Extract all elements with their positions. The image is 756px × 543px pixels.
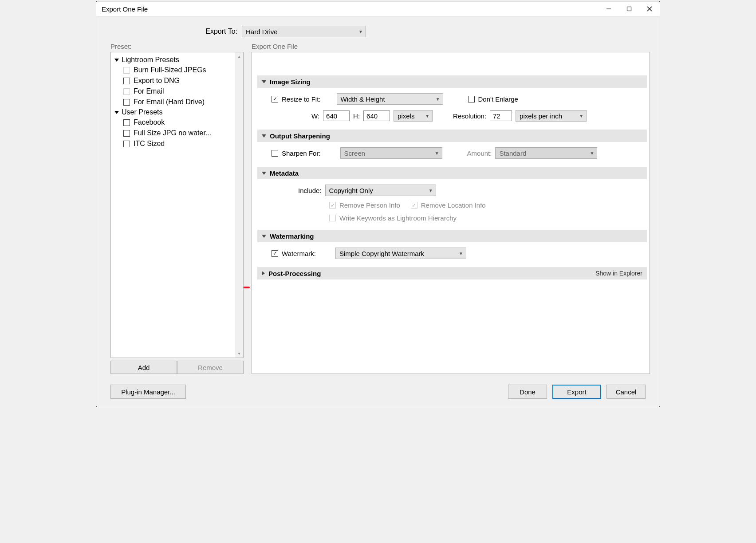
chevron-down-icon: ▼	[425, 114, 429, 118]
resolution-unit-combo[interactable]: pixels per inch ▼	[516, 110, 587, 122]
minimize-icon	[606, 6, 611, 12]
include-label: Include:	[298, 187, 322, 194]
collapse-icon	[262, 172, 266, 175]
resize-mode-combo[interactable]: Width & Height ▼	[337, 93, 443, 105]
svg-rect-1	[627, 7, 631, 11]
resolution-label: Resolution:	[453, 112, 486, 120]
chevron-down-icon: ▼	[590, 151, 595, 156]
maximize-button[interactable]	[619, 1, 639, 16]
cancel-button[interactable]: Cancel	[606, 385, 646, 399]
remove-person-checkbox	[329, 202, 336, 209]
preset-list[interactable]: Lightroom Presets Burn Full-Sized JPEGs …	[110, 52, 244, 358]
export-to-label: Export To:	[96, 28, 242, 35]
checkbox[interactable]	[123, 88, 130, 95]
preset-group-lightroom[interactable]: Lightroom Presets	[112, 55, 242, 65]
expand-icon	[114, 111, 119, 114]
remove-location-label: Remove Location Info	[421, 201, 486, 209]
resize-to-fit-label: Resize to Fit:	[282, 95, 321, 103]
export-to-row: Export To: Hard Drive ▼	[96, 17, 660, 43]
preset-scrollbar[interactable]: ▲ ▼	[235, 52, 243, 358]
watermark-checkbox[interactable]	[272, 250, 278, 257]
export-to-value: Hard Drive	[246, 28, 278, 35]
expand-icon	[262, 271, 265, 275]
maximize-icon	[626, 6, 632, 12]
chevron-down-icon: ▼	[459, 251, 463, 256]
preset-item-itc-sized[interactable]: ITC Sized	[112, 138, 242, 149]
show-in-explorer-link[interactable]: Show in Explorer	[595, 270, 642, 277]
section-output-sharpening-header[interactable]: Output Sharpening	[257, 130, 647, 142]
collapse-icon	[262, 80, 266, 83]
chevron-down-icon: ▼	[429, 188, 433, 193]
export-dialog: Export One File Export To: Hard Drive ▼ …	[96, 1, 660, 407]
preset-item-export-to-dng[interactable]: Export to DNG	[112, 75, 242, 86]
section-output-sharpening-body: Sharpen For: Screen ▼ Amount: Standard ▼	[257, 142, 647, 167]
main-area: Lightroom Presets Burn Full-Sized JPEGs …	[96, 52, 660, 374]
bottom-bar: Plug-in Manager... Done Export Cancel	[96, 374, 660, 407]
chevron-down-icon: ▼	[436, 97, 440, 102]
write-keywords-label: Write Keywords as Lightroom Hierarchy	[339, 214, 457, 222]
section-post-processing-header[interactable]: Post-Processing Show in Explorer	[257, 267, 647, 279]
amount-label: Amount:	[467, 150, 492, 157]
section-metadata-body: Include: Copyright Only ▼ Remove Person …	[257, 179, 647, 230]
minimize-button[interactable]	[598, 1, 619, 16]
watermark-combo[interactable]: Simple Copyright Watermark ▼	[335, 248, 466, 259]
checkbox[interactable]	[123, 119, 130, 126]
export-button[interactable]: Export	[552, 385, 601, 399]
checkbox[interactable]	[123, 67, 130, 74]
include-combo[interactable]: Copyright Only ▼	[325, 185, 436, 196]
section-watermarking-header[interactable]: Watermarking	[257, 230, 647, 242]
height-label: H:	[353, 112, 360, 120]
checkbox[interactable]	[123, 78, 130, 84]
sharpen-for-combo[interactable]: Screen ▼	[340, 147, 442, 159]
preset-panel: Lightroom Presets Burn Full-Sized JPEGs …	[110, 52, 244, 374]
checkbox[interactable]	[123, 99, 130, 106]
section-image-sizing-body: Resize to Fit: Width & Height ▼ Don't En…	[257, 88, 647, 130]
add-preset-button[interactable]: Add	[110, 361, 177, 374]
remove-person-label: Remove Person Info	[339, 201, 400, 209]
preset-item-for-email-hard-drive[interactable]: For Email (Hard Drive)	[112, 97, 242, 107]
done-button[interactable]: Done	[508, 385, 547, 399]
section-metadata-header[interactable]: Metadata	[257, 167, 647, 179]
height-input[interactable]	[363, 110, 390, 121]
expand-icon	[114, 59, 119, 62]
titlebar: Export One File	[96, 1, 660, 16]
dont-enlarge-checkbox[interactable]	[468, 96, 475, 102]
checkbox[interactable]	[123, 141, 130, 147]
width-input[interactable]	[323, 110, 350, 121]
close-icon	[646, 6, 653, 12]
panel-labels: Preset: Export One File	[96, 43, 660, 52]
export-to-combo[interactable]: Hard Drive ▼	[242, 26, 366, 37]
amount-combo[interactable]: Standard ▼	[495, 147, 597, 159]
section-watermarking-body: Watermark: Simple Copyright Watermark ▼	[257, 242, 647, 267]
remove-preset-button[interactable]: Remove	[177, 361, 244, 374]
resize-to-fit-checkbox[interactable]	[272, 96, 278, 102]
checkbox[interactable]	[123, 130, 130, 137]
preset-item-full-size-jpg[interactable]: Full Size JPG no water...	[112, 128, 242, 138]
preset-buttons: Add Remove	[110, 361, 244, 374]
width-label: W:	[311, 112, 319, 120]
chevron-down-icon: ▼	[358, 29, 363, 34]
window-title: Export One File	[102, 5, 148, 13]
write-keywords-checkbox	[329, 215, 336, 221]
section-image-sizing-header[interactable]: Image Sizing	[257, 75, 647, 88]
chevron-down-icon: ▼	[579, 114, 583, 118]
settings-title-label: Export One File	[252, 43, 298, 50]
watermark-label: Watermark:	[282, 250, 316, 257]
collapse-icon	[262, 235, 266, 238]
scroll-up-icon[interactable]: ▲	[235, 52, 243, 60]
collapse-icon	[262, 134, 266, 138]
plugin-manager-button[interactable]: Plug-in Manager...	[110, 385, 186, 399]
close-button[interactable]	[639, 1, 660, 16]
size-unit-combo[interactable]: pixels ▼	[394, 110, 433, 122]
preset-group-user[interactable]: User Presets	[112, 107, 242, 117]
settings-panel: Image Sizing Resize to Fit: Width & Heig…	[252, 52, 650, 374]
preset-item-burn-full-sized[interactable]: Burn Full-Sized JPEGs	[112, 65, 242, 75]
preset-item-for-email[interactable]: For Email	[112, 86, 242, 97]
resolution-input[interactable]	[490, 110, 512, 121]
preset-label: Preset:	[110, 43, 244, 50]
dialog-body: Export To: Hard Drive ▼ Preset: Export O…	[96, 16, 660, 407]
window-controls	[598, 1, 660, 16]
sharpen-for-checkbox[interactable]	[272, 150, 278, 157]
preset-item-facebook[interactable]: Facebook	[112, 117, 242, 128]
scroll-down-icon[interactable]: ▼	[235, 350, 243, 358]
